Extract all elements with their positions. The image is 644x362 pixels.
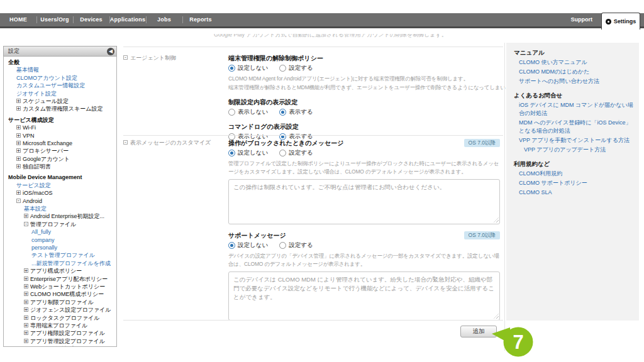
sidebar-item[interactable]: +アプリ構成ポリシー: [8, 267, 114, 275]
help-item[interactable]: MDM へのデバイス登録時に「iOS Device」となる場合の対処法: [514, 119, 635, 135]
radio-icon[interactable]: [279, 65, 286, 72]
tree-toggle-icon[interactable]: +: [16, 164, 21, 168]
sidebar-item[interactable]: -Android: [8, 197, 114, 205]
tree-toggle-icon[interactable]: +: [24, 300, 28, 304]
sidebar-item[interactable]: +Googleアカウント: [8, 155, 114, 163]
tree-toggle-icon[interactable]: +: [16, 125, 21, 129]
tree-toggle-icon[interactable]: +: [24, 339, 28, 343]
sidebar-item[interactable]: +VPN: [8, 132, 114, 140]
nav-item[interactable]: HOME: [0, 13, 36, 26]
radio-option[interactable]: 設定する: [279, 149, 313, 157]
sidebar-item[interactable]: +Microsoft Exchange: [8, 140, 114, 147]
tree-toggle-icon[interactable]: +: [24, 323, 28, 327]
radio-icon[interactable]: [279, 150, 286, 156]
sidebar-item[interactable]: +プロキシサーバー: [8, 147, 114, 155]
tree-toggle-icon[interactable]: +: [24, 268, 28, 273]
radio-icon[interactable]: [279, 242, 286, 249]
radio-icon[interactable]: [228, 65, 235, 72]
sidebar-item[interactable]: +アプリ管理設定プロファイル: [8, 337, 114, 345]
tree-toggle-icon[interactable]: -: [24, 222, 28, 226]
sidebar-item[interactable]: CLOMOアカウント設定: [8, 74, 114, 82]
nav-item[interactable]: Jobs: [146, 13, 182, 26]
field-description: 管理プロファイルで設定した制御ポリシーによりユーザー操作がブロックされた時にユー…: [228, 160, 500, 176]
tree-toggle-icon[interactable]: +: [24, 277, 28, 281]
blocked-message-textarea[interactable]: この操作は制限されています。ご不明な点は管理者にお問い合わせください。: [228, 179, 500, 224]
tree-toggle-icon[interactable]: +: [16, 106, 21, 111]
sidebar-item[interactable]: 基本設定: [8, 205, 114, 212]
sidebar-item[interactable]: +Enterpriseアプリ配布ポリシー: [8, 275, 114, 283]
help-item[interactable]: CLOMO MDMのはじめかた: [514, 68, 635, 76]
nav-item[interactable]: Applications: [109, 13, 146, 26]
sidebar-item[interactable]: +カスタム管理権限スキーム設定: [8, 105, 114, 112]
radio-option[interactable]: 設定しない: [228, 149, 268, 157]
sidebar-item[interactable]: +Android Enterprise初期設定...: [8, 212, 114, 220]
sidebar-item[interactable]: +独自証明書: [8, 163, 114, 170]
radio-option[interactable]: 設定する: [279, 241, 313, 250]
tree-toggle-icon[interactable]: -: [16, 199, 21, 203]
nav-item[interactable]: Users/Org: [36, 13, 73, 26]
radio-icon[interactable]: [279, 109, 286, 116]
radio-option[interactable]: 表示しない: [228, 108, 268, 116]
tree-toggle-icon[interactable]: +: [24, 346, 28, 347]
tree-toggle-icon[interactable]: +: [24, 331, 28, 335]
section-label-message-customize[interactable]: -表示メッセージのカスタマイズ: [123, 139, 228, 327]
sidebar-item[interactable]: ...新規管理プロファイルを作成: [8, 260, 114, 267]
sidebar-item[interactable]: +ジオフェンス設定プロファイル: [8, 306, 114, 314]
nav-item[interactable]: Devices: [73, 13, 109, 26]
help-item[interactable]: CLOMO SLA: [514, 189, 635, 197]
sidebar-item[interactable]: +サービス接続設定プロファイル: [8, 345, 114, 347]
radio-icon[interactable]: [228, 109, 235, 116]
help-item[interactable]: CLOMO利用規約: [514, 170, 635, 178]
radio-option[interactable]: 設定する: [279, 64, 313, 72]
tree-toggle-icon[interactable]: +: [16, 141, 21, 145]
sidebar-item[interactable]: +アプリ権限設定プロファイル: [8, 329, 114, 337]
sidebar-item[interactable]: +専用端末プロファイル: [8, 322, 114, 329]
help-item[interactable]: サポートへのお問い合わせ方法: [514, 77, 635, 85]
tree-toggle-icon[interactable]: +: [16, 133, 21, 138]
help-item[interactable]: iOS デバイスに MDM コマンドが届かない場合の対処法: [514, 101, 635, 118]
sidebar-item-label: サービス構成設定: [8, 117, 54, 123]
tree-toggle-icon[interactable]: +: [16, 156, 21, 161]
sidebar-item[interactable]: -管理プロファイル: [8, 221, 114, 228]
nav-support-link[interactable]: Support: [571, 13, 593, 26]
sidebar-item[interactable]: +ロックタスクプロファイル: [8, 314, 114, 322]
sidebar-item[interactable]: All_fully: [8, 228, 114, 236]
section-label-agent-control[interactable]: -エージェント制御: [123, 54, 228, 147]
radio-icon[interactable]: [228, 242, 235, 249]
sidebar-item[interactable]: +Webショートカットポリシー: [8, 283, 114, 290]
tree-toggle-icon[interactable]: +: [24, 307, 28, 312]
radio-icon[interactable]: [228, 150, 235, 156]
sidebar-item[interactable]: company: [8, 236, 114, 244]
sidebar-item[interactable]: +CLOMO HOME構成ポリシー: [8, 290, 114, 298]
sidebar-item[interactable]: +iOS/macOS: [8, 189, 114, 197]
tab-settings[interactable]: Settings: [601, 13, 640, 30]
sidebar-item[interactable]: テスト管理プロファイル: [8, 251, 114, 259]
help-item[interactable]: CLOMO 使い方マニュアル: [514, 58, 635, 67]
sidebar-item[interactable]: ジオサイト設定: [8, 90, 114, 97]
tree-toggle-icon[interactable]: +: [24, 214, 28, 218]
sidebar-item[interactable]: カスタムユーザー情報設定: [8, 82, 114, 89]
help-item[interactable]: VPP アプリを手動でインストールする方法: [514, 136, 635, 145]
nav-item[interactable]: Reports: [182, 13, 219, 26]
sidebar-item[interactable]: personally: [8, 244, 114, 251]
tree-toggle-icon[interactable]: +: [24, 292, 28, 296]
tree-toggle-icon[interactable]: +: [16, 148, 21, 153]
tree-toggle-icon[interactable]: +: [16, 190, 21, 195]
radio-option[interactable]: 設定しない: [228, 64, 268, 72]
support-message-textarea[interactable]: このデバイスは CLOMO MDM により管理されています。紛失した場合の緊急対…: [228, 272, 500, 321]
collapse-section-icon[interactable]: -: [123, 55, 128, 60]
sidebar-item[interactable]: サービス設定: [8, 182, 114, 189]
radio-option[interactable]: 設定しない: [228, 241, 268, 250]
sidebar-item[interactable]: +Wi-Fi: [8, 124, 114, 131]
tree-toggle-icon[interactable]: +: [24, 315, 28, 320]
tree-toggle-icon[interactable]: +: [16, 99, 21, 103]
radio-option[interactable]: 表示する: [279, 108, 313, 116]
sidebar-item[interactable]: +アプリ制限プロファイル: [8, 299, 114, 306]
help-item[interactable]: VPP アプリのアップデート方法: [514, 146, 635, 154]
tree-toggle-icon[interactable]: +: [24, 284, 28, 288]
collapse-sidebar-icon[interactable]: ◀: [107, 48, 114, 55]
help-item[interactable]: CLOMO サポートポリシー: [514, 179, 635, 187]
sidebar-item[interactable]: 基本情報: [8, 66, 114, 74]
sidebar-item[interactable]: +スケジュール設定: [8, 97, 114, 105]
collapse-section-icon[interactable]: -: [123, 140, 128, 145]
